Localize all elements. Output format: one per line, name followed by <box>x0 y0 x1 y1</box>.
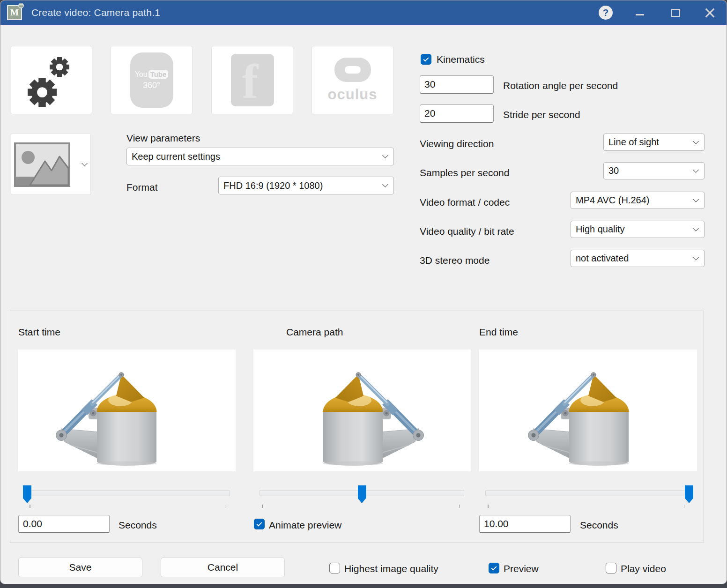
animate-preview-checkbox[interactable] <box>254 519 265 529</box>
image-placeholder-icon <box>14 142 71 187</box>
end-seconds-label: Seconds <box>580 520 618 531</box>
youtube-360-target-button[interactable]: You Tube 360° <box>111 46 193 114</box>
viewing-direction-dropdown[interactable]: Line of sight <box>603 134 705 151</box>
oculus-logo-shape <box>334 57 371 82</box>
end-time-preview <box>479 350 697 471</box>
slider-thumb[interactable] <box>358 485 366 503</box>
video-format-value: MP4 AVC (H.264) <box>576 195 649 206</box>
facebook-f-text: f <box>242 58 259 104</box>
video-format-label: Video format / codec <box>420 197 510 208</box>
chevron-down-icon <box>693 196 699 202</box>
hopper-model-start <box>18 350 236 471</box>
oculus-target-button[interactable]: oculus <box>312 46 393 114</box>
minimize-icon <box>636 14 644 15</box>
youtube-tube-text: Tube <box>148 70 169 79</box>
chevron-down-icon <box>382 152 388 158</box>
view-parameters-value: Keep current settings <box>132 151 220 162</box>
video-quality-value: High quality <box>576 224 625 235</box>
youtube-360-icon: You Tube 360° <box>130 52 173 108</box>
play-video-checkbox[interactable] <box>606 563 616 573</box>
animate-preview-label: Animate preview <box>269 520 341 531</box>
gears-icon <box>16 47 87 113</box>
chevron-down-icon <box>693 167 699 173</box>
help-icon: ? <box>603 7 609 18</box>
chevron-down-icon <box>693 254 699 261</box>
check-icon <box>256 521 262 526</box>
slider-track[interactable] <box>485 490 689 496</box>
camera-path-slider[interactable] <box>260 484 464 507</box>
camera-path-preview <box>253 350 471 471</box>
camera-path-label: Camera path <box>286 327 343 338</box>
end-time-slider[interactable] <box>485 484 689 507</box>
stereo-mode-dropdown[interactable]: not activated <box>571 250 705 267</box>
cancel-button[interactable]: Cancel <box>161 558 285 577</box>
oculus-label: oculus <box>328 86 378 103</box>
stereo-mode-value: not activated <box>576 253 629 264</box>
youtube-360-text: 360° <box>143 81 160 90</box>
close-button[interactable] <box>699 0 720 25</box>
save-button[interactable]: Save <box>18 558 142 577</box>
format-value: FHD 16:9 (1920 * 1080) <box>223 180 323 191</box>
window-title: Create video: Camera path.1 <box>31 0 160 25</box>
viewing-direction-value: Line of sight <box>608 137 659 148</box>
stride-input[interactable]: 20 <box>420 104 494 123</box>
samples-per-second-value: 30 <box>608 165 619 176</box>
slider-tick <box>225 505 226 508</box>
kinematics-checkbox[interactable] <box>421 54 431 65</box>
chevron-down-icon <box>693 225 699 231</box>
facebook-target-button[interactable]: f <box>211 46 293 114</box>
highest-image-quality-label: Highest image quality <box>344 563 438 574</box>
chevron-down-icon <box>382 181 388 187</box>
slider-tick <box>262 505 263 508</box>
start-seconds-input[interactable]: 0.00 <box>18 515 110 533</box>
slider-tick <box>30 505 30 508</box>
start-time-label: Start time <box>18 327 60 338</box>
view-thumbnail-button[interactable] <box>11 134 91 195</box>
end-time-label: End time <box>479 327 518 338</box>
format-label: Format <box>126 182 158 193</box>
stride-label: Stride per second <box>503 109 580 120</box>
create-video-dialog: M Create video: Camera path.1 ? <box>0 0 727 584</box>
rotation-angle-input[interactable]: 30 <box>420 75 494 94</box>
maximize-button[interactable] <box>665 0 686 25</box>
viewing-direction-label: Viewing direction <box>420 138 494 149</box>
slider-track[interactable] <box>27 490 230 496</box>
format-dropdown[interactable]: FHD 16:9 (1920 * 1080) <box>218 177 394 194</box>
help-button[interactable]: ? <box>599 6 613 20</box>
app-icon-letter: M <box>10 7 19 17</box>
titlebar: M Create video: Camera path.1 ? <box>0 0 727 25</box>
hopper-model-end <box>479 350 697 471</box>
rotation-angle-label: Rotation angle per second <box>503 80 618 91</box>
view-parameters-dropdown[interactable]: Keep current settings <box>126 148 394 165</box>
app-icon-crest <box>18 3 24 8</box>
samples-per-second-label: Samples per second <box>420 167 509 179</box>
start-seconds-label: Seconds <box>119 520 157 531</box>
kinematics-label: Kinematics <box>437 54 485 65</box>
chevron-down-icon <box>693 138 699 144</box>
start-time-slider[interactable] <box>27 484 230 507</box>
check-icon <box>423 56 429 61</box>
view-parameters-label: View parameters <box>126 133 200 144</box>
highest-image-quality-checkbox[interactable] <box>329 563 340 573</box>
slider-tick <box>459 505 460 508</box>
settings-target-button[interactable] <box>11 46 92 114</box>
youtube-you-text: You <box>135 70 148 79</box>
slider-tick <box>488 505 489 508</box>
video-format-dropdown[interactable]: MP4 AVC (H.264) <box>571 192 705 209</box>
maximize-icon <box>671 9 680 17</box>
end-seconds-input[interactable]: 10.00 <box>479 515 571 533</box>
start-time-preview <box>18 350 236 471</box>
minimize-button[interactable] <box>629 0 651 25</box>
preview-label: Preview <box>504 563 539 574</box>
app-icon: M <box>7 5 22 20</box>
check-icon <box>491 565 497 570</box>
preview-checkbox[interactable] <box>489 563 499 573</box>
hopper-model-path <box>253 350 471 471</box>
oculus-icon: oculus <box>328 57 378 103</box>
video-quality-dropdown[interactable]: High quality <box>571 221 705 238</box>
close-icon <box>705 7 715 18</box>
facebook-icon: f <box>231 54 274 106</box>
slider-tick <box>684 505 685 508</box>
samples-per-second-dropdown[interactable]: 30 <box>603 162 705 179</box>
video-quality-label: Video quality / bit rate <box>420 226 514 237</box>
